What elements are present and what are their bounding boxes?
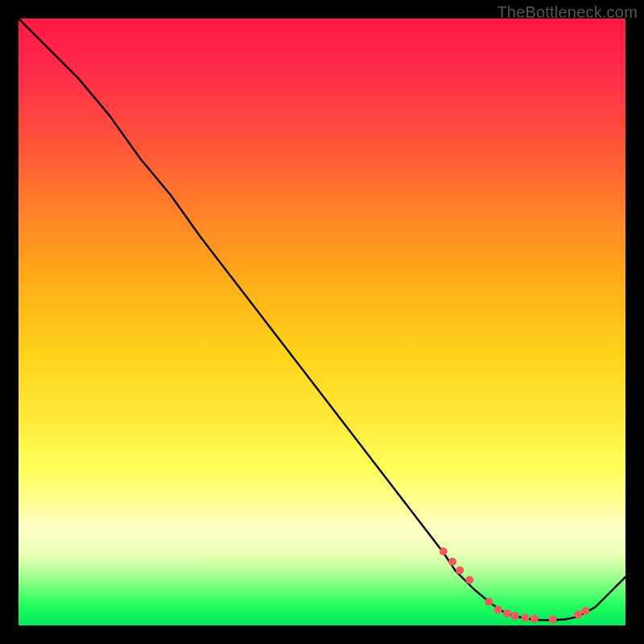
highlight-point: [503, 609, 511, 617]
highlight-point: [485, 598, 493, 606]
highlight-point: [448, 558, 456, 566]
highlight-point: [549, 615, 557, 623]
highlight-point: [440, 547, 448, 555]
curve-overlay: [19, 19, 625, 625]
highlight-point: [522, 613, 530, 621]
highlight-point: [456, 566, 464, 574]
highlight-point: [574, 610, 582, 618]
highlight-point: [511, 612, 519, 620]
highlight-point: [465, 576, 473, 584]
highlight-point: [581, 607, 589, 615]
chart-container: TheBottleneck.com: [0, 0, 644, 644]
highlight-point: [530, 615, 539, 623]
bottleneck-curve-path: [19, 19, 625, 620]
plot-area: [19, 19, 625, 625]
highlight-point: [494, 605, 502, 613]
watermark-label: TheBottleneck.com: [497, 3, 638, 22]
